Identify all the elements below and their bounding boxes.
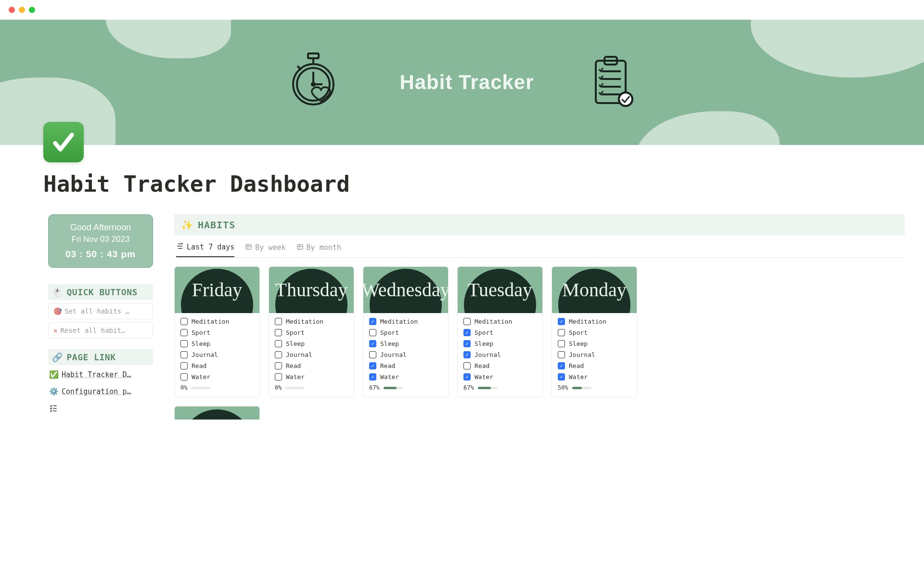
day-card[interactable]: TuesdayMeditation✓Sport✓Sleep✓JournalRea… (457, 266, 543, 397)
habit-row: Read (275, 362, 348, 369)
habit-checkbox[interactable] (275, 329, 282, 336)
stopwatch-icon (289, 53, 342, 112)
tab-last-7-days[interactable]: Last 7 days (176, 242, 234, 257)
page-title[interactable]: Habit Tracker Dashboard (43, 171, 924, 197)
clock-greeting: Good Afternoon (54, 223, 147, 233)
habit-checkbox[interactable] (180, 373, 188, 381)
day-card-header: Friday (175, 267, 259, 313)
habit-label: Sport (569, 329, 588, 336)
clock-time: 03 : 50 : 43 pm (54, 249, 147, 260)
progress-bar (478, 387, 537, 389)
habit-checkbox[interactable] (463, 362, 471, 369)
habit-checkbox[interactable] (558, 351, 565, 358)
habits-section-header[interactable]: ✨ HABITS (174, 214, 905, 236)
day-card[interactable]: FridayMeditationSportSleepJournalReadWat… (174, 266, 260, 397)
day-card[interactable]: Wednesday✓MeditationSport✓SleepJournal✓R… (363, 266, 449, 397)
habit-row: Sport (180, 329, 254, 336)
habit-checkbox[interactable] (180, 329, 188, 336)
habit-row: Water (180, 373, 254, 381)
habit-checkbox[interactable]: ✓ (558, 373, 565, 381)
day-name: Monday (562, 280, 626, 300)
minimize-window-button[interactable] (19, 7, 25, 13)
checklist-icon (49, 404, 58, 414)
tab-by-week[interactable]: By week (245, 242, 285, 257)
habit-label: Meditation (192, 318, 229, 325)
habit-label: Journal (569, 351, 595, 358)
habit-checkbox[interactable] (180, 362, 188, 369)
habit-label: Read (569, 362, 584, 369)
habit-row: Meditation (180, 318, 254, 325)
set-all-habits-button[interactable]: 🎯 Set all habits … (48, 303, 153, 319)
day-name: Friday (192, 280, 242, 300)
habit-checkbox[interactable]: ✓ (463, 351, 471, 358)
section-label: PAGE LINK (67, 352, 116, 362)
habit-row: ✓Read (558, 362, 631, 369)
habit-row: Journal (275, 351, 348, 358)
habit-row: Journal (369, 351, 442, 358)
day-progress: 0% (180, 384, 254, 391)
window-controls (0, 0, 924, 20)
habit-checkbox[interactable] (558, 329, 565, 336)
habit-row: Sport (275, 329, 348, 336)
habit-checkbox[interactable] (180, 340, 188, 347)
tab-by-month[interactable]: By month (296, 242, 341, 257)
close-window-button[interactable] (9, 7, 15, 13)
habit-checkbox[interactable] (369, 329, 376, 336)
page-link-configuration[interactable]: ⚙️ Configuration p… (48, 384, 153, 399)
habit-checkbox[interactable] (275, 373, 282, 381)
tab-label: By week (255, 243, 285, 252)
habit-checkbox[interactable]: ✓ (369, 318, 376, 325)
habit-checkbox[interactable] (275, 318, 282, 325)
section-label: QUICK BUTTONS (67, 287, 138, 297)
day-card-header: Monday (552, 267, 637, 313)
habit-checkbox[interactable]: ✓ (369, 362, 376, 369)
habit-checkbox[interactable]: ✓ (369, 373, 376, 381)
habit-checkbox[interactable] (558, 340, 565, 347)
habit-checkbox[interactable] (463, 318, 471, 325)
quick-buttons-header: 🖱️ QUICK BUTTONS (48, 284, 153, 300)
habit-label: Sleep (475, 340, 493, 347)
page-icon[interactable] (43, 122, 84, 162)
habit-label: Water (286, 373, 305, 381)
habit-checkbox[interactable] (275, 340, 282, 347)
habit-label: Read (192, 362, 206, 369)
day-card[interactable]: Monday✓MeditationSportSleepJournal✓Read✓… (552, 266, 637, 397)
habit-checkbox[interactable]: ✓ (463, 373, 471, 381)
habit-checkbox[interactable]: ✓ (463, 340, 471, 347)
day-progress: 67% (369, 384, 442, 391)
svg-rect-25 (297, 244, 302, 249)
habit-checkbox[interactable]: ✓ (369, 340, 376, 347)
habit-checkbox[interactable] (275, 362, 282, 369)
link-label: Habit Tracker D… (62, 370, 131, 379)
page-link-header: 🔗 PAGE LINK (48, 349, 153, 365)
clock-date: Fri Nov 03 2023 (54, 235, 147, 244)
habit-checkbox[interactable]: ✓ (558, 318, 565, 325)
day-card[interactable]: ThursdayMeditationSportSleepJournalReadW… (269, 266, 354, 397)
progress-bar (384, 387, 442, 389)
habit-row: Sleep (180, 340, 254, 347)
reset-all-habits-button[interactable]: ✕ Reset all habit… (48, 322, 153, 339)
maximize-window-button[interactable] (29, 7, 35, 13)
day-card-body: ✓MeditationSportSleepJournal✓Read✓Water5… (552, 313, 637, 397)
day-card-header-partial (175, 407, 259, 420)
habit-label: Water (192, 373, 210, 381)
habit-checkbox[interactable] (180, 318, 188, 325)
day-card-partial[interactable] (174, 406, 260, 420)
sidebar: Good Afternoon Fri Nov 03 2023 03 : 50 :… (48, 214, 153, 417)
check-icon: ✅ (49, 370, 59, 379)
page-link-dashboard[interactable]: ✅ Habit Tracker D… (48, 367, 153, 382)
habit-checkbox[interactable] (369, 351, 376, 358)
habit-label: Water (475, 373, 493, 381)
habit-checkbox[interactable]: ✓ (558, 362, 565, 369)
habit-label: Sleep (192, 340, 210, 347)
sparkle-icon: ✨ (181, 219, 193, 231)
habit-checkbox[interactable] (180, 351, 188, 358)
page-link-checklist[interactable] (48, 401, 153, 417)
table-icon (245, 243, 252, 252)
habit-label: Meditation (475, 318, 512, 325)
habit-row: Sleep (275, 340, 348, 347)
habit-checkbox[interactable]: ✓ (463, 329, 471, 336)
svg-rect-22 (246, 244, 251, 249)
habit-checkbox[interactable] (275, 351, 282, 358)
habit-row: Journal (558, 351, 631, 358)
